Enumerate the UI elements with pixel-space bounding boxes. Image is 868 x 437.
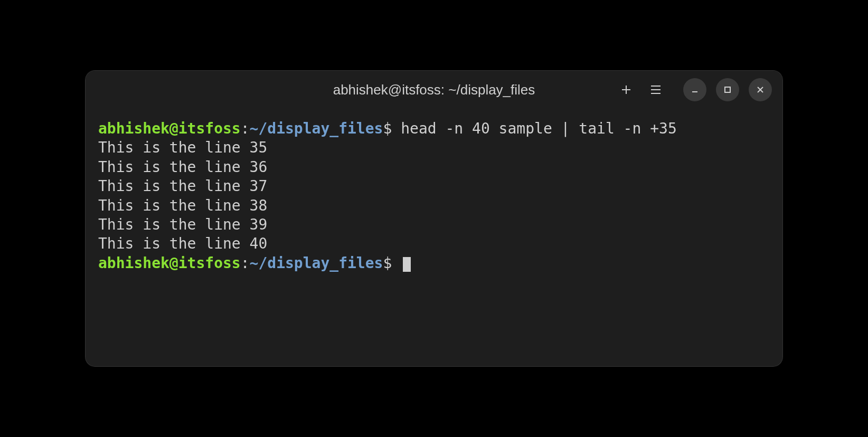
output-line: This is the line 39 bbox=[98, 216, 267, 233]
output-line: This is the line 40 bbox=[98, 235, 267, 252]
output-line: This is the line 37 bbox=[98, 177, 267, 195]
prompt-user-host: abhishek@itsfoss bbox=[98, 254, 241, 272]
hamburger-icon bbox=[651, 86, 661, 94]
new-tab-button[interactable] bbox=[620, 83, 633, 96]
prompt-user-host: abhishek@itsfoss bbox=[98, 120, 241, 137]
window-title: abhishek@itsfoss: ~/display_files bbox=[333, 82, 535, 98]
maximize-button[interactable] bbox=[716, 78, 739, 101]
prompt-path: ~/display_files bbox=[250, 254, 383, 272]
prompt-path: ~/display_files bbox=[250, 120, 383, 137]
minimize-button[interactable] bbox=[683, 78, 706, 101]
titlebar: abhishek@itsfoss: ~/display_files bbox=[86, 71, 782, 109]
titlebar-controls bbox=[620, 78, 772, 101]
prompt-colon: : bbox=[241, 254, 250, 272]
prompt-dollar: $ bbox=[383, 254, 392, 272]
menu-button[interactable] bbox=[649, 83, 662, 96]
window-controls bbox=[683, 78, 772, 101]
prompt-colon: : bbox=[241, 120, 250, 137]
svg-rect-3 bbox=[725, 87, 730, 92]
close-button[interactable] bbox=[749, 78, 772, 101]
cursor-block bbox=[403, 257, 411, 272]
prompt-dollar: $ bbox=[383, 120, 392, 137]
output-line: This is the line 38 bbox=[98, 197, 267, 214]
output-line: This is the line 36 bbox=[98, 158, 267, 176]
terminal-body[interactable]: abhishek@itsfoss:~/display_files$ head -… bbox=[86, 109, 782, 366]
command-text: head -n 40 sample | tail -n +35 bbox=[392, 120, 676, 137]
terminal-window: abhishek@itsfoss: ~/display_files bbox=[86, 71, 782, 366]
output-line: This is the line 35 bbox=[98, 139, 267, 156]
